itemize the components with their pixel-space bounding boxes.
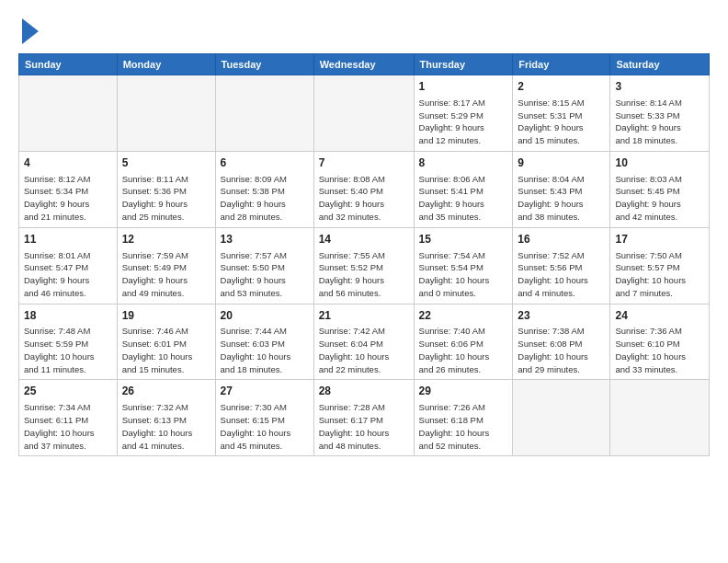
day-number: 21 [319,308,409,324]
day-number: 10 [615,155,704,171]
day-info: Sunrise: 7:46 AM Sunset: 6:01 PM Dayligh… [122,325,210,375]
calendar-cell: 7Sunrise: 8:08 AM Sunset: 5:40 PM Daylig… [313,151,414,227]
calendar-cell: 24Sunrise: 7:36 AM Sunset: 6:10 PM Dayli… [610,304,710,380]
calendar-cell: 17Sunrise: 7:50 AM Sunset: 5:57 PM Dayli… [610,227,710,304]
day-info: Sunrise: 8:12 AM Sunset: 5:34 PM Dayligh… [24,173,112,224]
day-number: 20 [221,308,309,324]
day-number: 9 [518,155,605,171]
day-number: 15 [419,232,508,247]
day-info: Sunrise: 8:17 AM Sunset: 5:29 PM Dayligh… [419,97,508,147]
calendar-cell [117,75,215,152]
day-number: 4 [24,155,112,171]
week-row-4: 18Sunrise: 7:48 AM Sunset: 5:59 PM Dayli… [19,304,710,380]
header-day-friday: Friday [513,54,610,75]
calendar-cell: 19Sunrise: 7:46 AM Sunset: 6:01 PM Dayli… [117,304,215,380]
day-info: Sunrise: 7:32 AM Sunset: 6:13 PM Dayligh… [122,401,210,452]
day-number: 6 [221,155,309,171]
header-day-thursday: Thursday [414,54,513,75]
calendar-cell: 16Sunrise: 7:52 AM Sunset: 5:56 PM Dayli… [513,227,610,304]
week-row-1: 1Sunrise: 8:17 AM Sunset: 5:29 PM Daylig… [19,75,710,152]
day-info: Sunrise: 7:36 AM Sunset: 6:10 PM Dayligh… [615,325,704,375]
day-number: 28 [319,384,409,399]
calendar-cell [215,75,313,152]
day-number: 16 [518,232,605,247]
day-number: 19 [122,308,210,324]
day-number: 22 [419,308,508,324]
day-info: Sunrise: 7:52 AM Sunset: 5:56 PM Dayligh… [518,249,605,300]
calendar-cell: 12Sunrise: 7:59 AM Sunset: 5:49 PM Dayli… [117,227,215,304]
day-info: Sunrise: 7:55 AM Sunset: 5:52 PM Dayligh… [319,249,409,300]
header-day-monday: Monday [117,54,215,75]
day-number: 1 [419,79,508,95]
day-info: Sunrise: 8:15 AM Sunset: 5:31 PM Dayligh… [518,97,605,147]
day-number: 12 [122,232,210,247]
day-number: 27 [221,384,309,399]
week-row-5: 25Sunrise: 7:34 AM Sunset: 6:11 PM Dayli… [19,380,710,456]
day-info: Sunrise: 7:26 AM Sunset: 6:18 PM Dayligh… [419,401,508,452]
day-number: 7 [319,155,409,171]
header-day-wednesday: Wednesday [313,54,414,75]
day-info: Sunrise: 7:28 AM Sunset: 6:17 PM Dayligh… [319,401,409,452]
day-number: 29 [419,384,508,399]
header-row: SundayMondayTuesdayWednesdayThursdayFrid… [19,54,710,75]
calendar-cell: 3Sunrise: 8:14 AM Sunset: 5:33 PM Daylig… [610,75,710,152]
day-number: 25 [24,384,112,399]
calendar-cell: 18Sunrise: 7:48 AM Sunset: 5:59 PM Dayli… [19,304,118,380]
day-info: Sunrise: 8:06 AM Sunset: 5:41 PM Dayligh… [419,173,508,224]
day-info: Sunrise: 8:03 AM Sunset: 5:45 PM Dayligh… [615,173,704,224]
day-number: 17 [615,232,704,247]
logo-arrow-icon [22,18,39,44]
logo [18,17,39,44]
calendar-cell: 20Sunrise: 7:44 AM Sunset: 6:03 PM Dayli… [215,304,313,380]
calendar-cell: 15Sunrise: 7:54 AM Sunset: 5:54 PM Dayli… [414,227,513,304]
week-row-2: 4Sunrise: 8:12 AM Sunset: 5:34 PM Daylig… [19,151,710,227]
calendar-table: SundayMondayTuesdayWednesdayThursdayFrid… [18,53,710,456]
day-info: Sunrise: 7:44 AM Sunset: 6:03 PM Dayligh… [221,325,309,375]
day-number: 11 [24,232,112,247]
calendar-cell: 21Sunrise: 7:42 AM Sunset: 6:04 PM Dayli… [313,304,414,380]
calendar-cell: 4Sunrise: 8:12 AM Sunset: 5:34 PM Daylig… [19,151,118,227]
day-number: 13 [221,232,309,247]
calendar-cell: 10Sunrise: 8:03 AM Sunset: 5:45 PM Dayli… [610,151,710,227]
day-info: Sunrise: 7:30 AM Sunset: 6:15 PM Dayligh… [221,401,309,452]
day-info: Sunrise: 7:42 AM Sunset: 6:04 PM Dayligh… [319,325,409,375]
day-number: 3 [615,79,704,95]
day-number: 23 [518,308,605,324]
header-day-saturday: Saturday [610,54,710,75]
calendar-cell: 22Sunrise: 7:40 AM Sunset: 6:06 PM Dayli… [414,304,513,380]
day-info: Sunrise: 8:11 AM Sunset: 5:36 PM Dayligh… [122,173,210,224]
calendar-cell: 1Sunrise: 8:17 AM Sunset: 5:29 PM Daylig… [414,75,513,152]
day-number: 8 [419,155,508,171]
day-number: 26 [122,384,210,399]
calendar-header: SundayMondayTuesdayWednesdayThursdayFrid… [19,54,710,75]
day-info: Sunrise: 8:01 AM Sunset: 5:47 PM Dayligh… [24,249,112,300]
day-info: Sunrise: 8:08 AM Sunset: 5:40 PM Dayligh… [319,173,409,224]
calendar-cell: 25Sunrise: 7:34 AM Sunset: 6:11 PM Dayli… [19,380,118,456]
calendar-cell: 9Sunrise: 8:04 AM Sunset: 5:43 PM Daylig… [513,151,610,227]
calendar-cell [513,380,610,456]
day-info: Sunrise: 7:57 AM Sunset: 5:50 PM Dayligh… [221,249,309,300]
calendar-body: 1Sunrise: 8:17 AM Sunset: 5:29 PM Daylig… [19,75,710,456]
calendar-cell: 5Sunrise: 8:11 AM Sunset: 5:36 PM Daylig… [117,151,215,227]
calendar-cell: 26Sunrise: 7:32 AM Sunset: 6:13 PM Dayli… [117,380,215,456]
day-info: Sunrise: 7:38 AM Sunset: 6:08 PM Dayligh… [518,325,605,375]
day-number: 5 [122,155,210,171]
day-info: Sunrise: 8:04 AM Sunset: 5:43 PM Dayligh… [518,173,605,224]
calendar-cell: 27Sunrise: 7:30 AM Sunset: 6:15 PM Dayli… [215,380,313,456]
calendar-cell: 8Sunrise: 8:06 AM Sunset: 5:41 PM Daylig… [414,151,513,227]
page: SundayMondayTuesdayWednesdayThursdayFrid… [0,0,728,465]
day-number: 2 [518,79,605,95]
calendar-cell [19,75,118,152]
day-number: 18 [24,308,112,324]
day-info: Sunrise: 7:34 AM Sunset: 6:11 PM Dayligh… [24,401,112,452]
header [18,17,710,44]
day-info: Sunrise: 8:09 AM Sunset: 5:38 PM Dayligh… [221,173,309,224]
day-info: Sunrise: 7:54 AM Sunset: 5:54 PM Dayligh… [419,249,508,300]
calendar-cell: 11Sunrise: 8:01 AM Sunset: 5:47 PM Dayli… [19,227,118,304]
week-row-3: 11Sunrise: 8:01 AM Sunset: 5:47 PM Dayli… [19,227,710,304]
calendar-cell: 14Sunrise: 7:55 AM Sunset: 5:52 PM Dayli… [313,227,414,304]
calendar-cell: 28Sunrise: 7:28 AM Sunset: 6:17 PM Dayli… [313,380,414,456]
header-day-tuesday: Tuesday [215,54,313,75]
day-number: 24 [615,308,704,324]
calendar-cell [610,380,710,456]
